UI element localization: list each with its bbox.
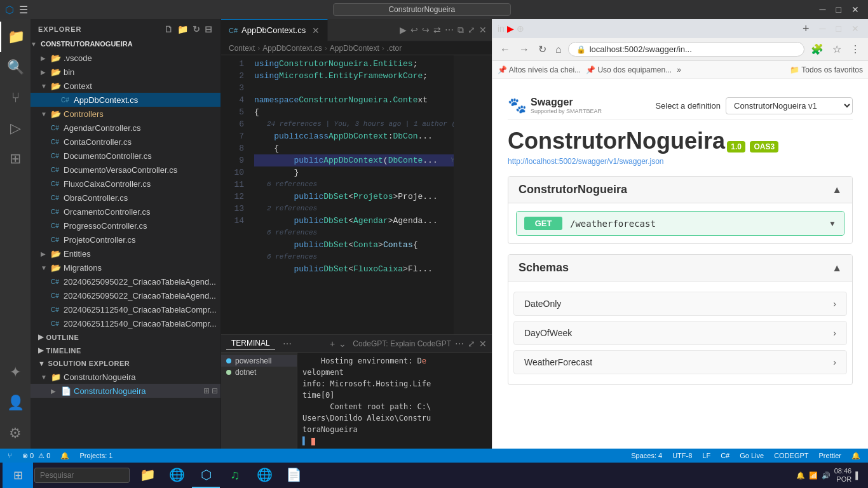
code-content[interactable]: using ConstrutorNogueira.Entities; using… <box>249 55 454 334</box>
undo-icon[interactable]: ↩ <box>410 25 418 35</box>
browser-home-btn[interactable]: ⌂ <box>553 43 564 57</box>
tree-item-vscode[interactable]: ▶ 📂 .vscode <box>31 51 220 65</box>
taskbar-app-vscode[interactable]: ⬡ <box>192 463 220 488</box>
collapse-all-icon[interactable]: ⊟ <box>205 24 213 34</box>
tree-item-agendarcontroller[interactable]: C# AgendarController.cs <box>31 121 220 135</box>
schema-item-dateonly[interactable]: DateOnly › <box>513 292 847 316</box>
tree-item-orcamentocontroller[interactable]: C# OrcamentoController.cs <box>31 205 220 219</box>
breadcrumb-method[interactable]: .ctor <box>387 44 402 53</box>
split-icon[interactable]: ⧉ <box>458 25 464 36</box>
all-favorites[interactable]: 📁 Todos os favoritos <box>790 65 863 74</box>
status-spaces[interactable]: Spaces: 4 <box>628 452 665 459</box>
schema-item-dayofweek[interactable]: DayOfWeek › <box>513 321 847 345</box>
solution-explorer-section[interactable]: ▼ SOLUTION EXPLORER <box>31 357 220 370</box>
browser-close-btn[interactable]: ✕ <box>848 24 863 34</box>
swagger-schemas-header[interactable]: Schemas ▲ <box>508 255 852 281</box>
hamburger-menu[interactable]: ☰ <box>19 4 28 16</box>
swagger-api-link[interactable]: http://localhost:5002/swagger/v1/swagger… <box>508 157 663 166</box>
terminal-maximize-icon[interactable]: ⤢ <box>468 339 475 349</box>
outline-section[interactable]: ▶ OUTLINE <box>31 330 220 344</box>
activity-settings-icon[interactable]: ⚙ <box>0 418 31 449</box>
tree-item-documentocontroller[interactable]: C# DocumentoController.cs <box>31 149 220 163</box>
activity-account-icon[interactable]: 👤 <box>0 388 31 418</box>
tab-close-icon[interactable]: ✕ <box>312 25 320 36</box>
status-errors[interactable]: ⊗ 0 ⚠ 0 <box>20 452 53 460</box>
tree-item-obracontroller[interactable]: C# ObraController.cs <box>31 191 220 205</box>
bookmark-2[interactable]: 📌 Uso dos equipamen... <box>586 65 672 74</box>
terminal-add-icon[interactable]: + <box>330 339 335 349</box>
terminal-select-icon[interactable]: ⌄ <box>339 339 346 349</box>
status-codegpt[interactable]: CODEGPT <box>771 452 811 459</box>
taskbar-notifications-icon[interactable]: 🔔 <box>796 471 805 480</box>
browser-forward-btn[interactable]: → <box>517 43 532 57</box>
breadcrumb-context[interactable]: Context <box>229 44 255 53</box>
activity-git-icon[interactable]: ⑂ <box>0 83 31 113</box>
run-icon[interactable]: ▶ <box>400 25 407 35</box>
status-eol[interactable]: LF <box>700 452 713 459</box>
tree-item-fluxocaixacontroller[interactable]: C# FluxoCaixaController.cs <box>31 177 220 191</box>
schema-item-weatherforecast[interactable]: WeatherForecast › <box>513 350 847 374</box>
breadcrumb-file[interactable]: AppDbContext.cs <box>262 44 322 53</box>
windows-start-button[interactable]: ⊞ <box>3 463 33 488</box>
tree-item-mig1[interactable]: C# 20240625095022_CriacaoTabelaAgend... <box>31 274 220 288</box>
status-language[interactable]: C# <box>718 452 732 459</box>
activity-search-icon[interactable]: 🔍 <box>0 52 31 83</box>
tree-item-solution-root[interactable]: ▼ 📁 ConstrutorNogueira <box>31 370 220 384</box>
tree-root-folder[interactable]: ▼ CONSTRUTORANOGUEIRA <box>31 37 220 51</box>
taskbar-volume-icon[interactable]: 🔊 <box>822 471 831 480</box>
status-go-live[interactable]: Go Live <box>737 452 766 459</box>
tree-item-migrations[interactable]: ▼ 📂 Migrations <box>31 261 220 274</box>
browser-extensions-btn[interactable]: 🧩 <box>808 42 826 57</box>
swagger-endpoint-header[interactable]: GET /weatherforecast ▼ <box>517 212 844 235</box>
breadcrumb-class[interactable]: AppDbContext <box>330 44 379 53</box>
activity-codegpt-icon[interactable]: ✦ <box>0 357 31 388</box>
new-folder-icon[interactable]: 📁 <box>177 24 189 34</box>
taskbar-app-extra[interactable]: 📄 <box>280 463 308 488</box>
tree-item-progressocontroller[interactable]: C# ProgressoController.cs <box>31 219 220 233</box>
status-git-branch[interactable]: ⑂ <box>5 452 15 459</box>
close-button[interactable]: ✕ <box>848 4 863 15</box>
terminal-close-icon[interactable]: ✕ <box>479 339 487 349</box>
diff-icon[interactable]: ⇄ <box>433 25 441 35</box>
tree-item-mig4[interactable]: C# 20240625112540_CriacaoTabelaCompr... <box>31 316 220 330</box>
status-encoding[interactable]: UTF-8 <box>670 452 695 459</box>
tree-item-documentoversaocontroller[interactable]: C# DocumentoVersaoController.cs <box>31 163 220 177</box>
status-bell-icon[interactable]: 🔔 <box>849 452 863 460</box>
taskbar-network-icon[interactable]: 📶 <box>809 471 818 480</box>
terminal-output[interactable]: Hosting environment: De velopment info: … <box>297 353 492 449</box>
title-search-input[interactable] <box>333 3 511 16</box>
browser-refresh-btn[interactable]: ↻ <box>536 42 549 57</box>
browser-minimize-btn[interactable]: ─ <box>816 24 830 34</box>
status-notifications-icon[interactable]: 🔔 <box>58 452 72 460</box>
redo-icon[interactable]: ↪ <box>422 25 430 35</box>
bookmarks-more-icon[interactable]: » <box>677 65 681 74</box>
browser-menu-btn[interactable]: ⋮ <box>848 42 863 57</box>
close-panel-icon[interactable]: ✕ <box>479 25 487 35</box>
swagger-endpoint-weatherforecast[interactable]: GET /weatherforecast ▼ <box>516 211 844 236</box>
status-prettier[interactable]: Prettier <box>817 452 844 459</box>
tree-item-context[interactable]: ▼ 📂 Context <box>31 79 220 93</box>
terminal-more-icon[interactable]: ⋯ <box>283 339 292 349</box>
tree-item-appdbcontext[interactable]: C# AppDbContext.cs <box>31 93 220 107</box>
bookmark-1[interactable]: 📌 Altos níveis da chei... <box>498 65 581 74</box>
taskbar-show-desktop-icon[interactable]: ▌ <box>855 471 860 479</box>
tree-item-contacontroller[interactable]: C# ContaController.cs <box>31 135 220 149</box>
taskbar-app-explorer[interactable]: 📁 <box>133 463 161 488</box>
codegpt-more-icon[interactable]: ⋯ <box>455 339 464 349</box>
tree-item-mig2[interactable]: C# 20240625095022_CriacaoTabelaAgend... <box>31 288 220 302</box>
more-icon[interactable]: ⋯ <box>445 25 454 35</box>
tree-item-bin[interactable]: ▶ 📂 bin <box>31 65 220 79</box>
browser-back-btn[interactable]: ← <box>498 43 513 57</box>
taskbar-app-chrome[interactable]: 🌐 <box>250 463 278 488</box>
tree-item-entities[interactable]: ▶ 📂 Entities <box>31 247 220 261</box>
browser-star-btn[interactable]: ☆ <box>830 42 844 57</box>
new-browser-tab-icon[interactable]: + <box>803 22 810 36</box>
taskbar-app-spotify[interactable]: ♫ <box>221 463 249 488</box>
tree-item-projetocontroller[interactable]: C# ProjetoController.cs <box>31 233 220 247</box>
minimize-button[interactable]: ─ <box>816 4 830 15</box>
swagger-section-header[interactable]: ConstrutorNogueira ▲ <box>508 177 852 203</box>
tab-appdbcontext[interactable]: C# AppDbContext.cs ✕ <box>221 19 328 41</box>
taskbar-search-input[interactable] <box>34 468 130 483</box>
terminal-tab[interactable]: TERMINAL <box>226 337 275 349</box>
swagger-definition-select[interactable]: ConstrutorNogueira v1 <box>726 97 853 114</box>
